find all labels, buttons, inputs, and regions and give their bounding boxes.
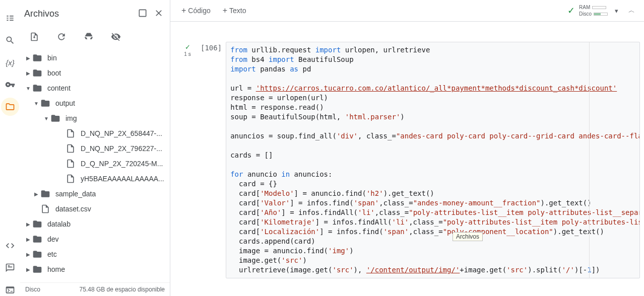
connect-dropdown-icon[interactable]: ▾ <box>612 5 621 17</box>
tree-folder-img[interactable]: ▼ img <box>20 111 170 126</box>
tree-folder-home[interactable]: ▶ home <box>20 262 170 277</box>
close-icon[interactable] <box>154 8 164 20</box>
tooltip: Archivos <box>453 232 483 241</box>
collapse-icon[interactable]: ︿ <box>625 4 638 17</box>
folder-icon <box>32 53 42 63</box>
tree-file[interactable]: D_NQ_NP_2X_796227-... <box>20 141 170 156</box>
tree-folder-dev[interactable]: ▶ dev <box>20 232 170 247</box>
resource-info[interactable]: RAM Disco <box>579 4 608 17</box>
tree-folder-datalab[interactable]: ▶ datalab <box>20 216 170 232</box>
cell-area: ✓ 1 s [106] from urllib.request import u… <box>170 22 644 296</box>
tree-folder-sampledata[interactable]: ▶ sample_data <box>20 186 170 201</box>
secrets-icon[interactable] <box>4 79 16 91</box>
mount-drive-icon[interactable] <box>83 32 95 43</box>
main-content: +Código +Texto ✓ RAM Disco ▾ ︿ ✓ 1 s [10… <box>170 0 644 296</box>
tree-file[interactable]: yH5BAEAAAAALAAAAA... <box>20 171 170 186</box>
folder-icon <box>32 68 42 78</box>
folder-icon <box>32 264 42 274</box>
folder-icon <box>40 98 50 108</box>
check-icon: ✓ <box>567 5 575 16</box>
panel-footer: Disco 75.48 GB de espacio disponible <box>20 282 170 296</box>
tree-folder-output[interactable]: ▼ output <box>20 96 170 111</box>
file-icon <box>66 128 76 138</box>
folder-icon <box>32 83 42 93</box>
folder-icon <box>50 113 60 123</box>
refresh-icon[interactable] <box>55 32 68 43</box>
file-icon <box>66 174 76 184</box>
folder-icon <box>32 234 42 244</box>
left-rail: {x} <box>0 0 20 296</box>
detach-icon[interactable] <box>138 8 148 20</box>
panel-title: Archivos <box>24 9 59 19</box>
tree-folder-bin[interactable]: ▶ bin <box>20 50 170 65</box>
disk-space: 75.48 GB de espacio disponible <box>80 286 165 293</box>
tree-file[interactable]: D_Q_NP_2X_720245-M... <box>20 156 170 171</box>
exec-count: [106] <box>201 42 226 278</box>
files-panel: Archivos ▶ bin ▶ boot ▼ content ▼ <box>20 0 170 296</box>
files-icon[interactable] <box>4 101 16 113</box>
file-icon <box>66 143 76 154</box>
cell-check-icon: ✓ <box>185 44 190 50</box>
add-text-button[interactable]: +Texto <box>218 4 251 17</box>
add-code-button[interactable]: +Código <box>176 4 216 17</box>
code-cell[interactable]: ✓ 1 s [106] from urllib.request import u… <box>174 42 640 278</box>
top-toolbar: +Código +Texto ✓ RAM Disco ▾ ︿ <box>170 0 644 22</box>
code-editor[interactable]: from urllib.request import urlopen, urlr… <box>226 42 640 278</box>
tree-folder-content[interactable]: ▼ content <box>20 81 170 96</box>
folder-icon <box>32 219 42 229</box>
hide-icon[interactable] <box>110 32 122 43</box>
tree-folder-etc[interactable]: ▶ etc <box>20 247 170 262</box>
folder-icon <box>32 249 42 259</box>
panel-header: Archivos <box>20 0 170 28</box>
folder-icon <box>40 189 50 199</box>
search-icon[interactable] <box>4 34 16 46</box>
cell-gutter: ✓ 1 s <box>174 42 201 278</box>
disk-label: Disco <box>25 286 40 293</box>
tree-folder-boot[interactable]: ▶ boot <box>20 65 170 81</box>
cell-runtime: 1 s <box>184 51 190 57</box>
upload-icon[interactable] <box>28 32 40 43</box>
code-icon[interactable] <box>4 240 16 252</box>
tree-file[interactable]: D_NQ_NP_2X_658447-... <box>20 126 170 141</box>
file-icon <box>66 159 76 169</box>
toc-icon[interactable] <box>4 12 16 24</box>
panel-toolbar <box>20 28 170 48</box>
comments-icon[interactable] <box>4 262 16 274</box>
file-tree: ▶ bin ▶ boot ▼ content ▼ output ▼ img D_… <box>20 48 170 282</box>
terminal-icon[interactable] <box>4 284 16 296</box>
tree-file-dataset[interactable]: dataset.csv <box>20 201 170 216</box>
variables-icon[interactable]: {x} <box>4 56 16 68</box>
file-icon <box>40 204 50 214</box>
